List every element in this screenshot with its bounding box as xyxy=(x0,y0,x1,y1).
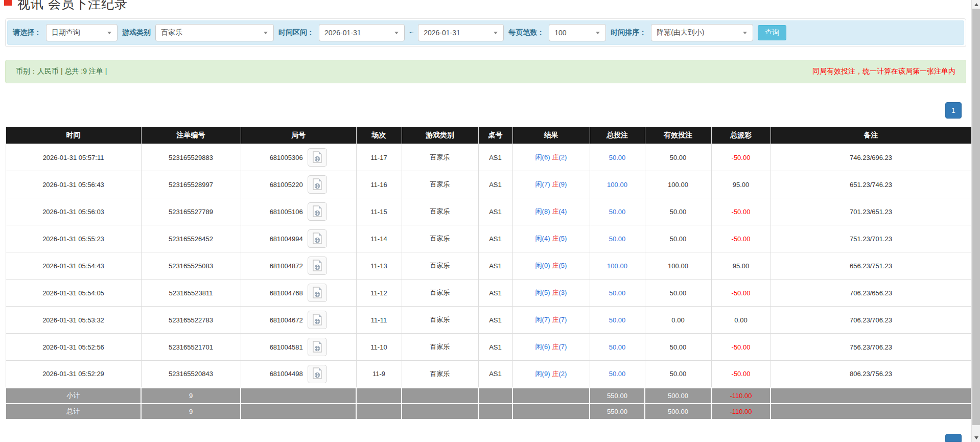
session-cell: 11-16 xyxy=(356,171,402,198)
col-header-remark: 备注 xyxy=(771,127,971,144)
remark-cell: 806.23/756.23 xyxy=(771,361,971,388)
video-file-icon[interactable] xyxy=(308,202,327,221)
date-from-picker[interactable]: 2026-01-31 xyxy=(319,24,405,41)
remark-cell: 651.23/746.23 xyxy=(771,171,971,198)
table-number-cell: AS1 xyxy=(478,334,512,361)
result-cell: 闲(0)庄(5) xyxy=(512,252,590,280)
summary-row: 总计 9 550.00 500.00 -110.00 xyxy=(6,404,971,420)
remark-cell: 751.23/701.23 xyxy=(771,225,971,252)
total-bet-cell: 50.00 xyxy=(590,280,645,307)
summary-payout-cell: -110.00 xyxy=(711,388,771,404)
video-file-icon[interactable] xyxy=(308,311,327,329)
time-range-label: 时间区间： xyxy=(278,28,314,37)
game-type-cell: 百家乐 xyxy=(402,198,478,225)
result-cell: 闲(4)庄(5) xyxy=(512,225,590,252)
summary-bar: 币别：人民币 | 总共 :9 注单 | 同局有效投注，统一计算在该局第一张注单内 xyxy=(5,60,966,83)
time-cell: 2026-01-31 05:56:03 xyxy=(6,198,141,225)
summary-count-cell: 9 xyxy=(141,388,241,404)
result-banker: 庄 xyxy=(552,153,559,161)
total-bet-cell: 50.00 xyxy=(590,225,645,252)
time-cell: 2026-01-31 05:52:56 xyxy=(6,334,141,361)
page-size-select[interactable]: 100 xyxy=(549,24,606,41)
video-file-icon[interactable] xyxy=(308,148,327,167)
search-button[interactable]: 查询 xyxy=(758,25,786,40)
payout-cell: -50.00 xyxy=(711,280,771,307)
table-row: 2026-01-31 05:57:11 523165529883 6810053… xyxy=(6,144,971,171)
bet-number-cell: 523165529883 xyxy=(141,144,241,171)
scroll-up-icon[interactable] xyxy=(972,0,980,9)
session-cell: 11-14 xyxy=(356,225,402,252)
date-to-picker[interactable]: 2026-01-31 xyxy=(418,24,504,41)
result-player: 闲(6) xyxy=(535,343,550,351)
pagination-bottom-partial[interactable] xyxy=(945,434,962,442)
result-cell: 闲(6)庄(7) xyxy=(512,334,590,361)
table-body: 2026-01-31 05:57:11 523165529883 6810053… xyxy=(6,144,971,388)
result-cell: 闲(8)庄(4) xyxy=(512,198,590,225)
video-file-icon[interactable] xyxy=(308,284,327,302)
query-type-select[interactable]: 日期查询 xyxy=(46,24,118,41)
scrollbar[interactable] xyxy=(971,0,980,442)
result-player: 闲(9) xyxy=(535,370,550,378)
session-cell: 11-11 xyxy=(356,307,402,334)
table-row: 2026-01-31 05:54:05 523165523811 6810047… xyxy=(6,280,971,307)
result-banker-score: (9) xyxy=(559,180,567,188)
video-file-icon[interactable] xyxy=(308,257,327,275)
table-number-cell: AS1 xyxy=(478,307,512,334)
game-type-select[interactable]: 百家乐 xyxy=(155,24,274,41)
round-number-cell: 681004872 xyxy=(241,252,356,280)
col-header-session: 场次 xyxy=(356,127,402,144)
table-number-cell: AS1 xyxy=(478,225,512,252)
summary-count-cell: 9 xyxy=(141,404,241,420)
video-file-icon[interactable] xyxy=(308,229,327,248)
round-number-cell: 681005306 xyxy=(241,144,356,171)
round-number: 681004994 xyxy=(270,235,303,243)
bet-number-cell: 523165527789 xyxy=(141,198,241,225)
result-banker: 庄 xyxy=(552,207,559,215)
result-cell: 闲(7)庄(9) xyxy=(512,171,590,198)
col-header-game-type: 游戏类别 xyxy=(402,127,478,144)
pagination-page-1[interactable]: 1 xyxy=(945,102,962,119)
table-number-cell: AS1 xyxy=(478,171,512,198)
time-cell: 2026-01-31 05:56:43 xyxy=(6,171,141,198)
total-bet-cell: 50.00 xyxy=(590,198,645,225)
scroll-down-icon[interactable] xyxy=(972,433,980,442)
game-type-cell: 百家乐 xyxy=(402,280,478,307)
result-cell: 闲(5)庄(3) xyxy=(512,280,590,307)
result-banker: 庄 xyxy=(552,235,559,242)
result-banker-score: (5) xyxy=(559,262,567,269)
payout-cell: -50.00 xyxy=(711,334,771,361)
chevron-down-icon xyxy=(258,25,273,41)
payout-cell: 0.00 xyxy=(711,307,771,334)
video-file-icon[interactable] xyxy=(308,338,327,356)
video-file-icon[interactable] xyxy=(308,365,327,383)
result-banker: 庄 xyxy=(552,180,559,188)
col-header-round-number: 局号 xyxy=(241,127,356,144)
table-footer: 小计 9 550.00 500.00 -110.00 总计 9 550.00 5… xyxy=(6,388,971,420)
result-banker: 庄 xyxy=(552,289,559,296)
logo-fragment xyxy=(4,0,12,6)
time-sort-select[interactable]: 降冪(由大到小) xyxy=(651,24,753,41)
payout-cell: 95.00 xyxy=(711,171,771,198)
session-cell: 11-12 xyxy=(356,280,402,307)
result-banker-score: (5) xyxy=(559,235,567,242)
col-header-bet-number: 注单编号 xyxy=(141,127,241,144)
currency-total-text: 币别：人民币 | 总共 :9 注单 | xyxy=(16,67,107,76)
scrollbar-thumb[interactable] xyxy=(972,9,980,425)
table-row: 2026-01-31 05:54:43 523165525083 6810048… xyxy=(6,252,971,280)
remark-cell: 756.23/706.23 xyxy=(771,334,971,361)
query-type-label: 请选择： xyxy=(13,28,41,37)
bet-number-cell: 523165520843 xyxy=(141,361,241,388)
valid-bet-cell: 100.00 xyxy=(645,171,711,198)
result-player: 闲(7) xyxy=(535,316,550,323)
remark-cell: 656.23/751.23 xyxy=(771,252,971,280)
valid-bet-cell: 50.00 xyxy=(645,225,711,252)
video-file-icon[interactable] xyxy=(308,175,327,194)
session-cell: 11-10 xyxy=(356,334,402,361)
summary-empty-cell xyxy=(478,404,512,420)
summary-label-cell: 小计 xyxy=(6,388,141,404)
filter-bar: 请选择： 日期查询 游戏类别 百家乐 时间区间： 2026-01-31 ~ 20… xyxy=(7,20,964,45)
valid-bet-cell: 50.00 xyxy=(645,198,711,225)
result-cell: 闲(6)庄(2) xyxy=(512,144,590,171)
bet-number-cell: 523165526452 xyxy=(141,225,241,252)
game-type-value: 百家乐 xyxy=(161,28,182,37)
